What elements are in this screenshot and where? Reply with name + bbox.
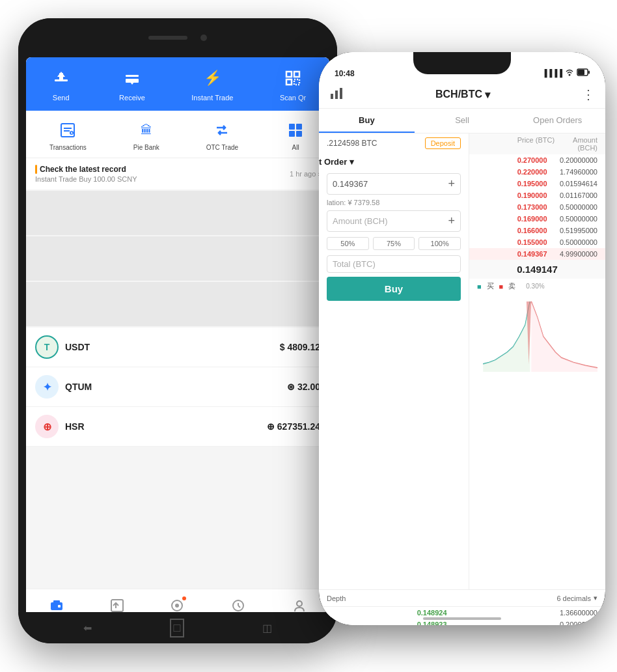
iphone-phone: 10:48 ▐▐▐▐ xyxy=(319,52,605,625)
ask-amount-4: 0.01167000 xyxy=(557,191,597,199)
token-item-hsr[interactable]: ⊕ HSR ⊕ 627351.24 xyxy=(26,407,329,447)
estimation-row: lation: ¥ 7379.58 xyxy=(319,197,469,208)
record-title-row: Check the latest record xyxy=(35,165,137,174)
record-time: 1 hr ago › xyxy=(290,170,320,178)
order-type-label: t Order xyxy=(319,157,347,167)
instant-trade-action[interactable]: ⚡ Instant Trade xyxy=(191,66,233,102)
order-form: .2124598 BTC Deposit t Order ▾ 0.149367 … xyxy=(319,133,469,589)
latest-record[interactable]: Check the latest record Instant Trade Bu… xyxy=(26,158,329,189)
mid-price-display: 0.149147 xyxy=(469,260,605,279)
send-label: Send xyxy=(53,94,70,102)
order-type-selector[interactable]: t Order ▾ xyxy=(319,153,469,171)
pct-75[interactable]: 75% xyxy=(373,237,415,250)
ask-row-9: 0.149367 4.99900000 xyxy=(469,248,605,260)
svg-rect-16 xyxy=(289,131,295,137)
trading-content: .2124598 BTC Deposit t Order ▾ 0.149367 … xyxy=(319,133,605,589)
decimals-selector[interactable]: 6 decimals ▾ xyxy=(556,594,597,602)
receive-action[interactable]: Receive xyxy=(119,66,145,102)
ask-price-9: 0.149367 xyxy=(517,250,558,258)
hsr-amount: ⊕ 627351.24 xyxy=(267,421,320,432)
scan-icon xyxy=(281,66,305,90)
iphone-screen: 10:48 ▐▐▐▐ xyxy=(319,52,605,625)
bid-amount-2: 0.20000000 xyxy=(507,621,597,625)
scan-qr-action[interactable]: Scan Qr xyxy=(280,66,306,102)
back-icon[interactable]: ⬅ xyxy=(83,622,92,634)
hsr-icon: ⊕ xyxy=(35,415,59,438)
hsr-name: HSR xyxy=(65,421,85,432)
pair-label: BCH/BTC xyxy=(435,89,482,100)
amount-input-row: Amount (BCH) + xyxy=(327,210,461,232)
lightning-icon: ⚡ xyxy=(200,66,224,90)
orange-indicator xyxy=(35,165,37,174)
ask-amount-2: 1.74960000 xyxy=(557,168,597,176)
home-icon[interactable]: □ xyxy=(170,619,185,637)
token-item-usdt[interactable]: T USDT $ 4809.12 xyxy=(26,328,329,367)
pie-bank-action[interactable]: 🏛 Pie Bank xyxy=(133,120,159,151)
send-icon xyxy=(49,66,73,90)
svg-rect-32 xyxy=(588,71,590,74)
amount-plus-icon[interactable]: + xyxy=(448,214,455,228)
svg-rect-20 xyxy=(58,605,61,608)
more-menu-icon[interactable]: ⋮ xyxy=(582,87,595,102)
iphone-status-icons: ▐▐▐▐ xyxy=(542,68,590,78)
ask-price-1: 0.270000 xyxy=(517,156,558,164)
ask-amount-8: 0.50000000 xyxy=(557,238,597,246)
token-info: T USDT xyxy=(35,335,90,359)
usdt-amount: $ 4809.12 xyxy=(280,342,320,352)
send-action[interactable]: Send xyxy=(49,66,73,102)
orderbook-headers: Price (BTC) Amount (BCH) xyxy=(469,133,605,154)
chart-icon-header[interactable] xyxy=(329,86,344,103)
trading-pair[interactable]: BCH/BTC ▾ xyxy=(435,89,490,101)
recent-icon[interactable]: ◫ xyxy=(262,622,272,634)
all-action[interactable]: All xyxy=(285,120,306,151)
quick-actions-bar: Send Receive ⚡ xyxy=(26,57,329,111)
buy-button[interactable]: Buy xyxy=(327,277,461,301)
tab-sell[interactable]: Sell xyxy=(415,109,510,133)
wallet-nav-icon xyxy=(49,598,64,613)
android-home-bar: ⬅ □ ◫ xyxy=(18,612,337,643)
discover-dot xyxy=(182,596,186,600)
svg-line-27 xyxy=(238,606,240,608)
bid-legend: ■ 买 ■ 卖 0.30% xyxy=(469,279,605,294)
token-info-qtum: ✦ QTUM xyxy=(35,375,92,399)
transactions-icon xyxy=(57,120,78,141)
pct-100[interactable]: 100% xyxy=(418,237,461,250)
decimals-dropdown-icon: ▾ xyxy=(594,594,597,602)
svg-rect-7 xyxy=(294,72,299,77)
svg-rect-35 xyxy=(340,88,342,99)
otc-trade-action[interactable]: OTC Trade xyxy=(206,120,238,151)
svg-point-29 xyxy=(569,74,571,76)
tab-buy[interactable]: Buy xyxy=(319,109,415,133)
iphone-notch xyxy=(413,52,511,74)
svg-point-24 xyxy=(175,604,179,608)
pct-50[interactable]: 50% xyxy=(327,237,369,250)
android-phone: 📶 21% 19:25 BITPIE ▾ ETH ≡ 72.21 🔍 excha… xyxy=(18,18,337,643)
wifi-icon xyxy=(565,68,574,78)
token-item-qtum[interactable]: ✦ QTUM ⊛ 32.00 xyxy=(26,367,329,407)
sell-legend-label: 卖 xyxy=(508,281,515,291)
depth-controls: Depth 6 decimals ▾ xyxy=(319,589,605,606)
total-label: Total (BTC) xyxy=(333,259,376,269)
assets-nav-icon xyxy=(230,598,246,613)
deposit-button[interactable]: Deposit xyxy=(425,137,461,149)
ask-row-8: 0.155000 0.50000000 xyxy=(469,236,605,248)
svg-marker-2 xyxy=(57,72,65,77)
estimation-text: lation: ¥ 7379.58 xyxy=(327,199,379,206)
otc-trade-label: OTC Trade xyxy=(206,144,238,151)
secondary-actions-bar: Transactions 🏛 Pie Bank OTC T xyxy=(26,111,329,158)
amount-header: Amount (BCH) xyxy=(557,136,597,152)
bid-amount-1: 1.36600000 xyxy=(507,609,597,617)
scan-label: Scan Qr xyxy=(280,94,306,102)
price-plus-icon[interactable]: + xyxy=(448,177,455,191)
tab-open-orders[interactable]: Open Orders xyxy=(510,109,605,133)
ask-amount-1: 0.20000000 xyxy=(557,156,597,164)
btc-balance: .2124598 BTC xyxy=(327,139,377,148)
record-subtitle: Instant Trade Buy 100.00 SCNY xyxy=(35,175,137,183)
ask-row-1: 0.270000 0.20000000 xyxy=(469,154,605,166)
qtum-amount: ⊛ 32.00 xyxy=(287,382,320,392)
price-value[interactable]: 0.149367 xyxy=(333,179,368,189)
svg-rect-6 xyxy=(286,72,292,77)
transactions-action[interactable]: Transactions xyxy=(49,120,87,151)
discover-nav-icon xyxy=(169,598,185,613)
ask-amount-6: 0.50000000 xyxy=(557,215,597,223)
